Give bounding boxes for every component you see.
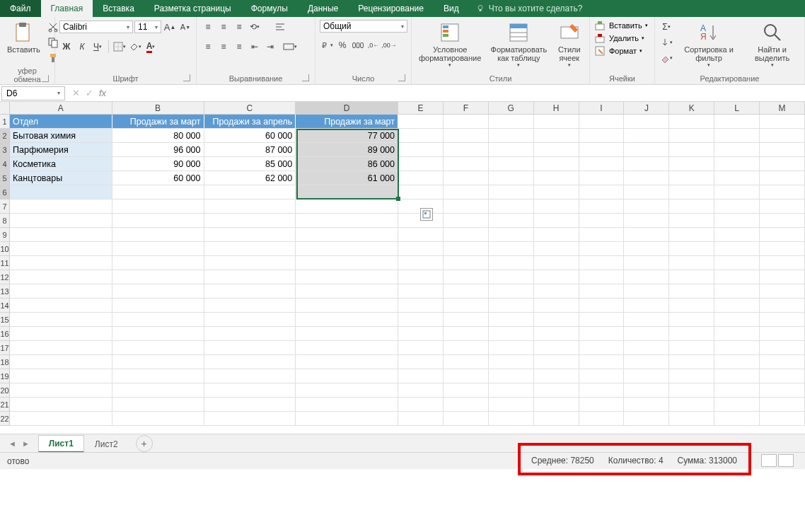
wrap-text-button[interactable]	[273, 20, 287, 34]
cell-A7[interactable]	[10, 200, 112, 214]
cell-I6[interactable]	[579, 185, 625, 200]
row-header-20[interactable]: 20	[0, 383, 10, 398]
cell-A6[interactable]	[10, 185, 112, 200]
row-header-18[interactable]: 18	[0, 355, 10, 369]
cell-I3[interactable]	[579, 143, 625, 157]
cell-F11[interactable]	[444, 256, 489, 270]
cell-J18[interactable]	[624, 355, 669, 369]
cell-D10[interactable]	[296, 242, 398, 256]
cell-M22[interactable]	[760, 412, 805, 426]
tab-page-layout[interactable]: Разметка страницы	[144, 0, 241, 17]
row-header-22[interactable]: 22	[0, 412, 10, 426]
cell-B3[interactable]: 96 000	[112, 143, 204, 157]
cell-C19[interactable]	[204, 369, 296, 383]
cell-C20[interactable]	[204, 383, 296, 398]
cell-K7[interactable]	[669, 200, 714, 214]
cell-C17[interactable]	[204, 341, 296, 355]
sort-filter-button[interactable]: АЯ Сортировка и фильтр▾	[676, 20, 741, 69]
cell-C18[interactable]	[204, 355, 296, 369]
col-header-E[interactable]: E	[398, 102, 444, 115]
cell-E21[interactable]	[398, 398, 444, 412]
cell-I5[interactable]	[579, 171, 625, 185]
cell-C16[interactable]	[204, 327, 296, 341]
cell-D8[interactable]	[296, 214, 398, 228]
cell-A16[interactable]	[10, 327, 112, 341]
cell-K13[interactable]	[669, 284, 714, 299]
cell-E6[interactable]	[398, 185, 444, 200]
row-header-13[interactable]: 13	[0, 284, 10, 299]
cell-H14[interactable]	[534, 299, 579, 313]
cell-I9[interactable]	[579, 228, 625, 242]
cell-D15[interactable]	[296, 313, 398, 327]
cell-E22[interactable]	[398, 412, 444, 426]
cell-I15[interactable]	[579, 313, 625, 327]
cell-D11[interactable]	[296, 256, 398, 270]
cell-L3[interactable]	[714, 143, 760, 157]
cell-D12[interactable]	[296, 270, 398, 284]
cell-J8[interactable]	[624, 214, 669, 228]
cell-F20[interactable]	[444, 383, 489, 398]
cell-K19[interactable]	[669, 369, 714, 383]
col-header-B[interactable]: B	[112, 102, 204, 115]
alignment-launcher[interactable]	[302, 74, 309, 81]
tab-insert[interactable]: Вставка	[93, 0, 144, 17]
cell-L10[interactable]	[714, 242, 760, 256]
cell-L15[interactable]	[714, 313, 760, 327]
cell-G13[interactable]	[489, 284, 534, 299]
cell-H22[interactable]	[534, 412, 579, 426]
col-header-A[interactable]: A	[10, 102, 112, 115]
bold-button[interactable]: Ж	[59, 40, 74, 54]
conditional-formatting-button[interactable]: Условное форматирование▾	[416, 20, 484, 69]
orientation-button[interactable]: ⟲▾	[248, 20, 262, 34]
row-header-15[interactable]: 15	[0, 313, 10, 327]
col-header-L[interactable]: L	[714, 102, 760, 115]
cell-I14[interactable]	[579, 299, 625, 313]
cell-D5[interactable]: 61 000	[296, 171, 398, 185]
col-header-M[interactable]: M	[760, 102, 805, 115]
cell-L19[interactable]	[714, 369, 760, 383]
cell-D22[interactable]	[296, 412, 398, 426]
cell-E16[interactable]	[398, 327, 444, 341]
paste-button[interactable]: Вставить	[4, 20, 43, 55]
cell-E15[interactable]	[398, 313, 444, 327]
page-layout-view-button[interactable]	[778, 454, 794, 467]
format-cells-button[interactable]: Формат▾	[594, 45, 642, 57]
cell-L21[interactable]	[714, 398, 760, 412]
cell-J11[interactable]	[624, 256, 669, 270]
clipboard-launcher[interactable]	[42, 75, 49, 82]
cell-D16[interactable]	[296, 327, 398, 341]
cell-M20[interactable]	[760, 383, 805, 398]
cell-C13[interactable]	[204, 284, 296, 299]
cell-K15[interactable]	[669, 313, 714, 327]
cell-B7[interactable]	[112, 200, 204, 214]
cell-M19[interactable]	[760, 369, 805, 383]
cell-F7[interactable]	[444, 200, 489, 214]
cell-F8[interactable]	[444, 214, 489, 228]
decrease-decimal-button[interactable]: ,00→	[382, 38, 396, 52]
cell-M2[interactable]	[760, 129, 805, 143]
cell-G15[interactable]	[489, 313, 534, 327]
cell-G16[interactable]	[489, 327, 534, 341]
cell-A20[interactable]	[10, 383, 112, 398]
cell-H8[interactable]	[534, 214, 579, 228]
cell-B22[interactable]	[112, 412, 204, 426]
cell-D19[interactable]	[296, 369, 398, 383]
cell-G2[interactable]	[489, 129, 534, 143]
col-header-G[interactable]: G	[489, 102, 534, 115]
row-header-21[interactable]: 21	[0, 398, 10, 412]
font-name-dropdown[interactable]: Calibri▾	[59, 21, 133, 33]
cell-F14[interactable]	[444, 299, 489, 313]
cell-G9[interactable]	[489, 228, 534, 242]
cell-B18[interactable]	[112, 355, 204, 369]
cell-A11[interactable]	[10, 256, 112, 270]
cell-M1[interactable]	[760, 115, 805, 129]
cell-K11[interactable]	[669, 256, 714, 270]
cell-G17[interactable]	[489, 341, 534, 355]
cell-L1[interactable]	[714, 115, 760, 129]
cell-M3[interactable]	[760, 143, 805, 157]
row-header-14[interactable]: 14	[0, 299, 10, 313]
cell-K20[interactable]	[669, 383, 714, 398]
cell-G8[interactable]	[489, 214, 534, 228]
cell-D18[interactable]	[296, 355, 398, 369]
cell-H1[interactable]	[534, 115, 579, 129]
